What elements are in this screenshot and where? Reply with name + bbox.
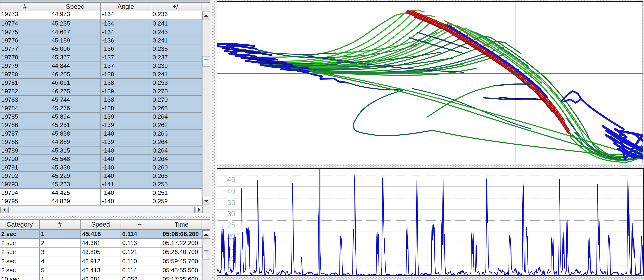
svg-text:25: 25 (227, 221, 235, 229)
svg-text:45: 45 (227, 175, 235, 184)
svg-text:30: 30 (227, 210, 235, 218)
svg-text:35: 35 (227, 198, 235, 206)
svg-text:40: 40 (227, 187, 235, 195)
